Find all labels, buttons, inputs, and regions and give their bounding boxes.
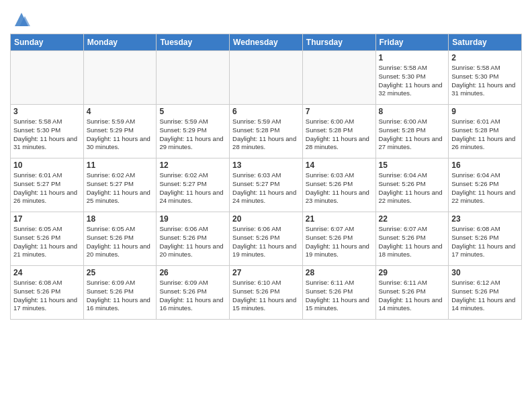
- day-info: Sunrise: 5:59 AM Sunset: 5:29 PM Dayligh…: [159, 118, 226, 152]
- day-info: Sunrise: 6:09 AM Sunset: 5:26 PM Dayligh…: [159, 279, 226, 313]
- calendar-cell: 20Sunrise: 6:06 AM Sunset: 5:26 PM Dayli…: [230, 212, 303, 266]
- logo: [10, 9, 32, 30]
- week-row-0: 1Sunrise: 5:58 AM Sunset: 5:30 PM Daylig…: [11, 51, 522, 105]
- day-info: Sunrise: 5:59 AM Sunset: 5:29 PM Dayligh…: [87, 118, 154, 152]
- day-number: 12: [159, 161, 226, 170]
- day-number: 2: [451, 53, 519, 62]
- day-info: Sunrise: 6:01 AM Sunset: 5:27 PM Dayligh…: [13, 171, 81, 205]
- day-number: 25: [87, 268, 154, 277]
- day-number: 6: [232, 107, 300, 116]
- calendar-cell: 12Sunrise: 6:02 AM Sunset: 5:27 PM Dayli…: [157, 158, 230, 212]
- calendar-cell: 13Sunrise: 6:03 AM Sunset: 5:27 PM Dayli…: [230, 158, 303, 212]
- calendar-cell: 24Sunrise: 6:08 AM Sunset: 5:26 PM Dayli…: [11, 266, 84, 320]
- day-number: 13: [232, 161, 300, 170]
- calendar-cell: 10Sunrise: 6:01 AM Sunset: 5:27 PM Dayli…: [11, 158, 84, 212]
- calendar-cell: 19Sunrise: 6:06 AM Sunset: 5:26 PM Dayli…: [157, 212, 230, 266]
- day-info: Sunrise: 6:07 AM Sunset: 5:26 PM Dayligh…: [306, 225, 373, 259]
- calendar-cell: 29Sunrise: 6:11 AM Sunset: 5:26 PM Dayli…: [375, 266, 449, 320]
- week-row-2: 10Sunrise: 6:01 AM Sunset: 5:27 PM Dayli…: [11, 158, 522, 212]
- day-number: 4: [87, 107, 154, 116]
- page: SundayMondayTuesdayWednesdayThursdayFrid…: [0, 0, 532, 411]
- day-number: 14: [306, 161, 373, 170]
- calendar-cell: 6Sunrise: 5:59 AM Sunset: 5:28 PM Daylig…: [230, 105, 303, 158]
- calendar-cell: 23Sunrise: 6:08 AM Sunset: 5:26 PM Dayli…: [449, 212, 522, 266]
- day-number: 7: [306, 107, 373, 116]
- day-info: Sunrise: 6:08 AM Sunset: 5:26 PM Dayligh…: [13, 279, 81, 313]
- day-number: 17: [13, 214, 81, 224]
- day-number: 11: [87, 161, 154, 170]
- calendar-cell: 15Sunrise: 6:04 AM Sunset: 5:26 PM Dayli…: [375, 158, 449, 212]
- day-info: Sunrise: 6:10 AM Sunset: 5:26 PM Dayligh…: [232, 279, 300, 313]
- day-number: 15: [379, 161, 446, 170]
- day-info: Sunrise: 6:00 AM Sunset: 5:28 PM Dayligh…: [306, 118, 373, 152]
- calendar-cell: 11Sunrise: 6:02 AM Sunset: 5:27 PM Dayli…: [83, 158, 157, 212]
- weekday-thursday: Thursday: [302, 34, 375, 51]
- day-number: 30: [451, 268, 519, 277]
- day-info: Sunrise: 6:05 AM Sunset: 5:26 PM Dayligh…: [87, 225, 154, 259]
- day-info: Sunrise: 6:09 AM Sunset: 5:26 PM Dayligh…: [87, 279, 154, 313]
- calendar-cell: 4Sunrise: 5:59 AM Sunset: 5:29 PM Daylig…: [83, 105, 157, 158]
- day-number: 18: [87, 214, 154, 224]
- day-number: 29: [379, 268, 446, 277]
- week-row-1: 3Sunrise: 5:58 AM Sunset: 5:30 PM Daylig…: [11, 105, 522, 158]
- day-info: Sunrise: 6:11 AM Sunset: 5:26 PM Dayligh…: [306, 279, 373, 313]
- calendar-cell: 27Sunrise: 6:10 AM Sunset: 5:26 PM Dayli…: [230, 266, 303, 320]
- weekday-sunday: Sunday: [11, 34, 84, 51]
- calendar-cell: 21Sunrise: 6:07 AM Sunset: 5:26 PM Dayli…: [302, 212, 375, 266]
- weekday-saturday: Saturday: [449, 34, 522, 51]
- calendar-cell: 1Sunrise: 5:58 AM Sunset: 5:30 PM Daylig…: [375, 51, 449, 105]
- day-info: Sunrise: 6:06 AM Sunset: 5:26 PM Dayligh…: [159, 225, 226, 259]
- weekday-header-row: SundayMondayTuesdayWednesdayThursdayFrid…: [11, 34, 522, 51]
- day-info: Sunrise: 6:04 AM Sunset: 5:26 PM Dayligh…: [379, 171, 446, 205]
- day-info: Sunrise: 6:03 AM Sunset: 5:27 PM Dayligh…: [232, 171, 300, 205]
- day-info: Sunrise: 6:12 AM Sunset: 5:26 PM Dayligh…: [451, 279, 519, 313]
- day-number: 1: [379, 53, 446, 62]
- calendar-cell: 2Sunrise: 5:58 AM Sunset: 5:30 PM Daylig…: [449, 51, 522, 105]
- calendar-cell: [230, 51, 303, 105]
- day-number: 5: [159, 107, 226, 116]
- week-row-3: 17Sunrise: 6:05 AM Sunset: 5:26 PM Dayli…: [11, 212, 522, 266]
- calendar-cell: 14Sunrise: 6:03 AM Sunset: 5:26 PM Dayli…: [302, 158, 375, 212]
- calendar-table: SundayMondayTuesdayWednesdayThursdayFrid…: [10, 34, 522, 320]
- day-number: 28: [306, 268, 373, 277]
- day-info: Sunrise: 6:02 AM Sunset: 5:27 PM Dayligh…: [159, 171, 226, 205]
- weekday-monday: Monday: [83, 34, 157, 51]
- day-info: Sunrise: 6:07 AM Sunset: 5:26 PM Dayligh…: [379, 225, 446, 259]
- day-info: Sunrise: 5:58 AM Sunset: 5:30 PM Dayligh…: [13, 118, 81, 152]
- day-info: Sunrise: 6:02 AM Sunset: 5:27 PM Dayligh…: [87, 171, 154, 205]
- day-number: 23: [451, 214, 519, 224]
- calendar-cell: 30Sunrise: 6:12 AM Sunset: 5:26 PM Dayli…: [449, 266, 522, 320]
- day-info: Sunrise: 6:00 AM Sunset: 5:28 PM Dayligh…: [379, 118, 446, 152]
- header: [10, 7, 522, 30]
- day-number: 10: [13, 161, 81, 170]
- calendar-cell: 16Sunrise: 6:04 AM Sunset: 5:26 PM Dayli…: [449, 158, 522, 212]
- day-info: Sunrise: 5:58 AM Sunset: 5:30 PM Dayligh…: [379, 64, 446, 98]
- day-number: 24: [13, 268, 81, 277]
- calendar-cell: [302, 51, 375, 105]
- day-info: Sunrise: 6:11 AM Sunset: 5:26 PM Dayligh…: [379, 279, 446, 313]
- day-number: 9: [451, 107, 519, 116]
- calendar-cell: [83, 51, 157, 105]
- calendar-cell: 28Sunrise: 6:11 AM Sunset: 5:26 PM Dayli…: [302, 266, 375, 320]
- day-info: Sunrise: 5:58 AM Sunset: 5:30 PM Dayligh…: [451, 64, 519, 98]
- day-info: Sunrise: 6:06 AM Sunset: 5:26 PM Dayligh…: [232, 225, 300, 259]
- day-number: 27: [232, 268, 300, 277]
- calendar-cell: 8Sunrise: 6:00 AM Sunset: 5:28 PM Daylig…: [375, 105, 449, 158]
- weekday-tuesday: Tuesday: [157, 34, 230, 51]
- week-row-4: 24Sunrise: 6:08 AM Sunset: 5:26 PM Dayli…: [11, 266, 522, 320]
- day-number: 3: [13, 107, 81, 116]
- calendar-cell: [157, 51, 230, 105]
- day-info: Sunrise: 5:59 AM Sunset: 5:28 PM Dayligh…: [232, 118, 300, 152]
- day-number: 26: [159, 268, 226, 277]
- weekday-wednesday: Wednesday: [230, 34, 303, 51]
- day-number: 8: [379, 107, 446, 116]
- day-info: Sunrise: 6:05 AM Sunset: 5:26 PM Dayligh…: [13, 225, 81, 259]
- day-info: Sunrise: 6:01 AM Sunset: 5:28 PM Dayligh…: [451, 118, 519, 152]
- calendar-cell: 22Sunrise: 6:07 AM Sunset: 5:26 PM Dayli…: [375, 212, 449, 266]
- calendar-cell: 17Sunrise: 6:05 AM Sunset: 5:26 PM Dayli…: [11, 212, 84, 266]
- day-info: Sunrise: 6:03 AM Sunset: 5:26 PM Dayligh…: [306, 171, 373, 205]
- calendar-cell: 7Sunrise: 6:00 AM Sunset: 5:28 PM Daylig…: [302, 105, 375, 158]
- day-number: 16: [451, 161, 519, 170]
- logo-icon: [11, 9, 32, 30]
- calendar-cell: 9Sunrise: 6:01 AM Sunset: 5:28 PM Daylig…: [449, 105, 522, 158]
